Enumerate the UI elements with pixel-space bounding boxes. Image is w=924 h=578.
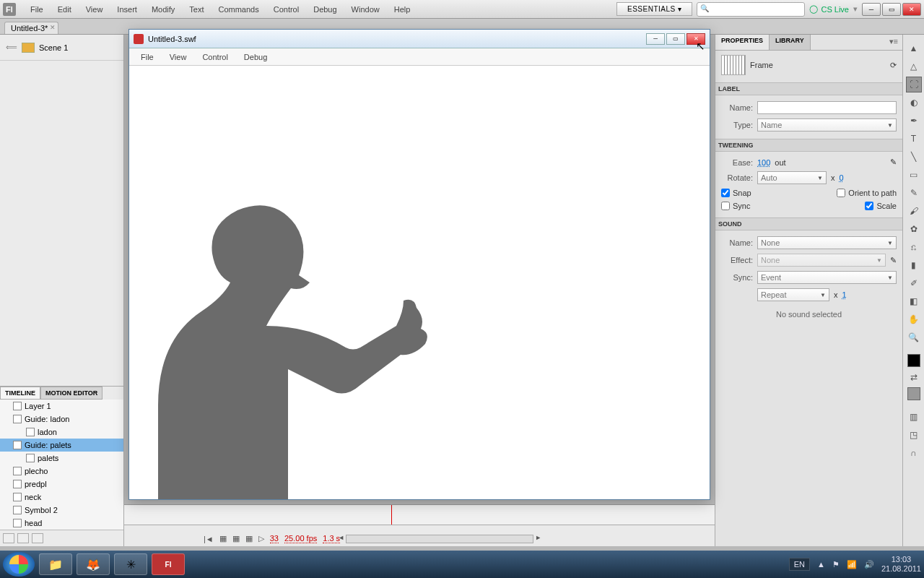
sound-effect-select[interactable]: None	[757, 254, 886, 267]
layer-row[interactable]: Guide: palets	[0, 439, 123, 452]
layer-row[interactable]: palets	[0, 452, 123, 465]
menu-help[interactable]: Help	[387, 2, 418, 17]
eyedropper-tool-icon[interactable]: ✐	[906, 275, 922, 291]
snap-option-icon[interactable]: ∩	[906, 445, 922, 461]
pencil-icon[interactable]: ✎	[890, 256, 897, 265]
menu-commands[interactable]: Commands	[211, 2, 266, 17]
language-indicator[interactable]: EN	[789, 558, 810, 571]
selection-tool-icon[interactable]: ▲	[906, 40, 922, 56]
zoom-tool-icon[interactable]: 🔍	[906, 329, 922, 345]
brush-tool-icon[interactable]: 🖌	[906, 203, 922, 219]
clock-date[interactable]: 21.08.2011	[881, 564, 921, 574]
text-tool-icon[interactable]: T	[906, 131, 922, 147]
menu-edit[interactable]: Edit	[51, 2, 79, 17]
current-frame[interactable]: 33	[270, 534, 279, 543]
layer-row[interactable]: neck	[0, 491, 123, 504]
tray-action-icon[interactable]: ⚑	[832, 560, 840, 569]
swf-close-button[interactable]: ✕	[687, 33, 705, 45]
menu-debug[interactable]: Debug	[306, 2, 344, 17]
rotate-times[interactable]: 0	[840, 173, 844, 182]
pencil-tool-icon[interactable]: ✎	[906, 185, 922, 201]
hand-tool-icon[interactable]: ✋	[906, 311, 922, 327]
orient-checkbox[interactable]: Orient to path	[837, 189, 897, 197]
task-explorer[interactable]: 📁	[39, 553, 72, 575]
tab-properties[interactable]: PROPERTIES	[715, 35, 770, 50]
eraser-tool-icon[interactable]: ◧	[906, 293, 922, 309]
swf-titlebar[interactable]: Untitled-3.swf ─ ▭ ✕	[129, 30, 710, 48]
pen-tool-icon[interactable]: ✒	[906, 113, 922, 129]
tray-volume-icon[interactable]: 🔊	[864, 560, 874, 569]
sound-sync-select[interactable]: Event	[757, 271, 897, 284]
timeline-scrollbar[interactable]	[346, 535, 533, 543]
swf-minimize-button[interactable]: ─	[646, 33, 665, 45]
menu-text[interactable]: Text	[182, 2, 211, 17]
swf-menu-view[interactable]: View	[162, 50, 194, 64]
workspace-selector[interactable]: ESSENTIALS ▾	[616, 2, 692, 16]
label-name-input[interactable]	[757, 101, 897, 114]
tab-library[interactable]: LIBRARY	[770, 35, 811, 50]
sync-checkbox[interactable]: Sync	[721, 202, 750, 210]
scale-checkbox[interactable]: Scale	[865, 202, 897, 210]
deco-tool-icon[interactable]: ✿	[906, 221, 922, 237]
timeline-ruler[interactable]	[124, 505, 715, 525]
label-type-select[interactable]: Name	[757, 118, 897, 131]
cs-live-button[interactable]: CS Live	[809, 4, 849, 14]
layer-row[interactable]: head	[0, 517, 123, 530]
clock-time[interactable]: 13:03	[881, 555, 921, 564]
task-flash[interactable]: Fl	[152, 553, 185, 575]
new-layer-button[interactable]	[3, 533, 14, 543]
swf-menu-file[interactable]: File	[134, 50, 161, 64]
rotate-select[interactable]: Auto	[757, 171, 827, 184]
delete-layer-button[interactable]	[32, 533, 43, 543]
menu-view[interactable]: View	[79, 2, 110, 17]
layer-row[interactable]: plecho	[0, 465, 123, 478]
pencil-icon[interactable]: ✎	[890, 158, 897, 167]
swf-maximize-button[interactable]: ▭	[666, 33, 685, 45]
tab-motion-editor[interactable]: MOTION EDITOR	[40, 387, 103, 400]
layer-row[interactable]: Guide: ladon	[0, 413, 123, 426]
playhead[interactable]	[391, 505, 392, 525]
layer-row[interactable]: Symbol 2	[0, 504, 123, 517]
sound-name-select[interactable]: None	[757, 236, 897, 249]
swf-menu-control[interactable]: Control	[195, 50, 235, 64]
back-icon[interactable]: ⟸	[6, 43, 17, 52]
document-tab[interactable]: Untitled-3* ✕	[4, 22, 58, 34]
paint-bucket-tool-icon[interactable]: ▮	[906, 257, 922, 273]
bone-tool-icon[interactable]: ⎌	[906, 239, 922, 255]
lasso-tool-icon[interactable]: ◐	[906, 95, 922, 111]
option-2-icon[interactable]: ◳	[906, 427, 922, 443]
panel-menu-icon[interactable]: ▾≡	[885, 35, 902, 50]
tray-network-icon[interactable]: 📶	[847, 560, 857, 569]
menu-file[interactable]: File	[23, 2, 51, 17]
search-input[interactable]	[697, 2, 805, 17]
fps-value[interactable]: 25.00 fps	[284, 534, 317, 543]
swap-colors-icon[interactable]: ⇄	[906, 369, 922, 385]
task-icq[interactable]: ✳	[114, 553, 147, 575]
option-1-icon[interactable]: ▥	[906, 409, 922, 425]
layer-row[interactable]: ladon	[0, 426, 123, 439]
menu-modify[interactable]: Modify	[144, 2, 182, 17]
rectangle-tool-icon[interactable]: ▭	[906, 167, 922, 183]
layer-row[interactable]: Layer 1	[0, 400, 123, 413]
fill-color-swatch[interactable]	[907, 387, 920, 400]
task-firefox[interactable]: 🦊	[77, 553, 110, 575]
new-folder-button[interactable]	[17, 533, 29, 543]
tab-timeline[interactable]: TIMELINE	[0, 387, 40, 400]
menu-window[interactable]: Window	[344, 2, 387, 17]
ease-value[interactable]: 100	[757, 158, 770, 167]
line-tool-icon[interactable]: ╲	[906, 149, 922, 165]
start-button[interactable]	[3, 552, 35, 577]
snap-checkbox[interactable]: Snap	[721, 189, 751, 197]
menu-insert[interactable]: Insert	[110, 2, 144, 17]
circle-arrow-icon[interactable]: ⟳	[890, 61, 897, 70]
subselection-tool-icon[interactable]: △	[906, 59, 922, 74]
stroke-color-swatch[interactable]	[907, 354, 920, 367]
app-close-button[interactable]: ✕	[902, 3, 921, 16]
app-minimize-button[interactable]: ─	[862, 3, 881, 16]
repeat-count[interactable]: 1	[842, 290, 847, 299]
free-transform-tool-icon[interactable]: ⛶	[906, 77, 922, 92]
tray-flag-icon[interactable]: ▲	[817, 560, 825, 569]
menu-control[interactable]: Control	[266, 2, 306, 17]
swf-menu-debug[interactable]: Debug	[237, 50, 274, 64]
close-icon[interactable]: ✕	[50, 24, 56, 31]
